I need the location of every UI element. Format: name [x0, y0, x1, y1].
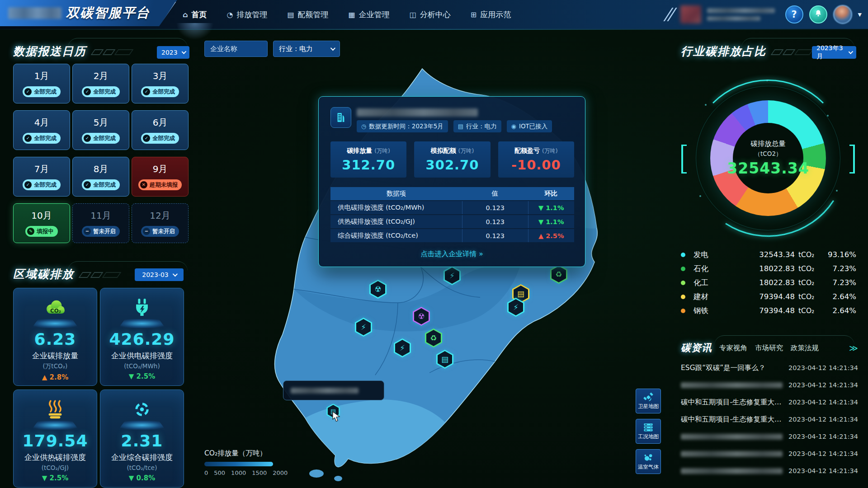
table-cell-item: 供电碳排放强度 (tCO₂/MWh): [330, 201, 462, 214]
user-avatar[interactable]: [833, 5, 852, 24]
month-card-2月[interactable]: 2月 ✓全部完成: [72, 64, 129, 103]
legend-row-发电[interactable]: 发电 32543.34 tCO₂ 93.16%: [681, 248, 856, 262]
check-icon: ✓: [84, 135, 91, 142]
enterprise-detail-link[interactable]: 点击进入企业详情 »: [319, 249, 585, 259]
legend-value: 79394.48: [737, 292, 795, 301]
legend-tick: 1500: [252, 469, 267, 476]
map-marker[interactable]: ☢: [369, 280, 387, 299]
month-card-3月[interactable]: 3月 ✓全部完成: [132, 64, 189, 103]
month-card-4月[interactable]: 4月 ✓全部完成: [13, 110, 70, 150]
server-icon: [643, 422, 654, 432]
region-metric-card[interactable]: 2.31 企业综合碳排强度 (tCO₂/tce) ▼ 0.8%: [100, 389, 184, 488]
help-button[interactable]: ?: [785, 5, 803, 23]
news-tab-2[interactable]: 政策法规: [791, 343, 819, 353]
region-month-dropdown[interactable]: 2023-03: [135, 268, 184, 281]
legend-percent: 2.64%: [821, 306, 856, 315]
map-marker[interactable]: ♻: [425, 328, 442, 347]
legend-unit: tCO₂: [795, 251, 821, 259]
news-panel-title: 碳资讯: [681, 341, 712, 355]
month-card-5月[interactable]: 5月 ✓全部完成: [72, 110, 129, 150]
map-marker[interactable]: ⚡: [443, 266, 461, 285]
notifications-button[interactable]: [809, 5, 827, 23]
news-item-time: 2023-04-12 14:21:34: [788, 433, 858, 440]
legend-value: 79394.48: [737, 306, 795, 315]
metric-label: 企业综合碳排强度: [100, 452, 184, 463]
map-marker[interactable]: ⚡: [355, 318, 372, 337]
legend-value: 32543.34: [737, 250, 795, 259]
month-card-11月[interactable]: 11月 −暂未开启: [72, 203, 129, 243]
layer-button-卫星地图[interactable]: 卫星地图: [636, 389, 661, 413]
news-item-time: 2023-04-12 14:21:34: [788, 399, 858, 406]
news-tab-1[interactable]: 市场研究: [755, 343, 783, 353]
company-search-input[interactable]: [204, 41, 268, 57]
region-metric-card[interactable]: 426.29 企业供电碳排强度 (tCO₂/MWh) ▼ 2.5%: [100, 288, 184, 386]
popup-stats: 碳排放量 (万吨) 312.70 模拟配额 (万吨) 302.70 配额盈亏 (…: [330, 141, 574, 178]
legend-unit: tCO₂: [795, 293, 821, 301]
region-metric-card[interactable]: 179.54 企业供热碳排强度 (tCO₂/GJ) ▼ 2.5%: [13, 389, 97, 488]
industry-month-dropdown[interactable]: 2023年3月: [812, 46, 856, 59]
metric-label: 企业供电碳排强度: [100, 351, 184, 361]
status-badge: ✓全部完成: [23, 133, 61, 144]
news-item[interactable]: 碳中和五期项目-生态修复重大工程... 2023-04-12 14:21:34: [681, 394, 858, 411]
layer-button-温室气体[interactable]: 温室气体: [636, 449, 661, 474]
news-item[interactable]: 2023-04-12 14:21:34: [681, 462, 858, 479]
nav-item-5[interactable]: ⊞ 应用示范: [471, 9, 511, 20]
map-marker[interactable]: ♻: [550, 265, 567, 284]
nav-item-1[interactable]: ◔ 排放管理: [226, 9, 267, 20]
table-row[interactable]: 供电碳排放强度 (tCO₂/MWh) 0.123 ▼ 1.1%: [330, 201, 574, 214]
region-metric-card[interactable]: CO₂ 6.23 企业碳排放量 (万tCO₂) ▲ 2.8%: [13, 288, 97, 386]
month-card-1月[interactable]: 1月 ✓全部完成: [13, 64, 70, 103]
month-card-8月[interactable]: 8月 ✓全部完成: [72, 157, 129, 197]
map-marker[interactable]: ⚡: [394, 338, 411, 357]
table-row[interactable]: 供热碳排放强度 (tCO₂/GJ) 0.123 ▼ 1.1%: [330, 215, 574, 228]
news-item[interactable]: 2023-04-12 14:21:34: [681, 445, 858, 462]
news-item[interactable]: 2023-04-12 14:21:34: [681, 376, 858, 394]
news-item[interactable]: ESG跟“双碳”是一回事么？ 2023-04-12 14:21:34: [681, 359, 858, 376]
table-cell-change: ▼ 1.1%: [528, 201, 574, 214]
nav-item-3[interactable]: ▦ 企业管理: [349, 9, 390, 20]
donut-center-label: 碳排放总量: [750, 139, 786, 149]
legend-tick: 0: [204, 469, 208, 476]
nav-item-4[interactable]: ◫ 分析中心: [410, 9, 451, 20]
month-card-10月[interactable]: 10月 ✎填报中: [13, 203, 70, 243]
month-card-12月[interactable]: 12月 −暂未开启: [132, 203, 189, 243]
caret-down-icon[interactable]: ▼: [858, 12, 862, 18]
status-badge: ✓全部完成: [141, 133, 179, 144]
month-card-6月[interactable]: 6月 ✓全部完成: [132, 110, 189, 150]
co2-cloud-icon: CO₂: [14, 295, 97, 318]
nav-item-0[interactable]: ⌂ 首页: [183, 9, 207, 20]
lightning-icon: ⚡: [513, 304, 519, 311]
chevron-down-icon: [330, 46, 335, 51]
nav-item-2[interactable]: ▤ 配额管理: [287, 9, 328, 20]
metric-value: 179.54: [14, 432, 97, 450]
redacted-news-title: [681, 434, 783, 440]
edit-icon: ✎: [27, 228, 34, 235]
question-icon: ?: [791, 9, 797, 20]
metric-delta: ▼ 2.5%: [100, 372, 184, 380]
map-marker[interactable]: ☢: [413, 307, 430, 326]
month-card-7月[interactable]: 7月 ✓全部完成: [13, 157, 70, 197]
industry-filter-dropdown[interactable]: 行业：电力: [273, 41, 340, 57]
news-item-title: 碳中和五期项目-生态修复重大工程: [681, 415, 786, 424]
news-tab-0[interactable]: 专家视角: [719, 343, 747, 353]
news-item[interactable]: 2023-04-12 14:21:34: [681, 428, 858, 445]
legend-row-钢铁[interactable]: 钢铁 79394.48 tCO₂ 2.64%: [681, 304, 856, 318]
map-marker[interactable]: ▤: [436, 350, 453, 369]
map-legend-ticks: 0500100015002000: [204, 469, 288, 476]
layer-button-工况地图[interactable]: 工况地图: [636, 419, 661, 444]
table-cell-value: 0.123: [462, 215, 528, 228]
popup-stat: 碳排放量 (万吨) 312.70: [330, 141, 406, 178]
industry-donut-chart: 碳排放总量 （tCO2） 32543.34: [687, 77, 849, 239]
calendar-year-dropdown[interactable]: 2023: [157, 46, 189, 59]
news-item[interactable]: 碳中和五期项目-生态修复重大工程 2023-04-12 14:21:34: [681, 411, 858, 428]
legend-row-化工[interactable]: 化工 18022.83 tCO₂ 7.23%: [681, 276, 856, 290]
legend-row-建材[interactable]: 建材 79394.48 tCO₂ 2.64%: [681, 290, 856, 304]
title-ornament: [773, 49, 811, 55]
legend-row-石化[interactable]: 石化 18022.83 tCO₂ 7.23%: [681, 262, 856, 276]
news-more-link[interactable]: ≫: [849, 343, 858, 353]
metric-delta: ▼ 2.5%: [14, 474, 97, 482]
map-marker[interactable]: ⚡: [507, 298, 524, 317]
month-card-9月[interactable]: 9月 ✕超期未填报: [132, 157, 189, 197]
popup-tags: ◷数据更新时间：2023年5月 ▤行业：电力 ◉IOT已接入: [357, 120, 552, 132]
table-row[interactable]: 综合碳排放强度 (tCO₂/tce) 0.123 ▲ 2.5%: [330, 229, 574, 242]
